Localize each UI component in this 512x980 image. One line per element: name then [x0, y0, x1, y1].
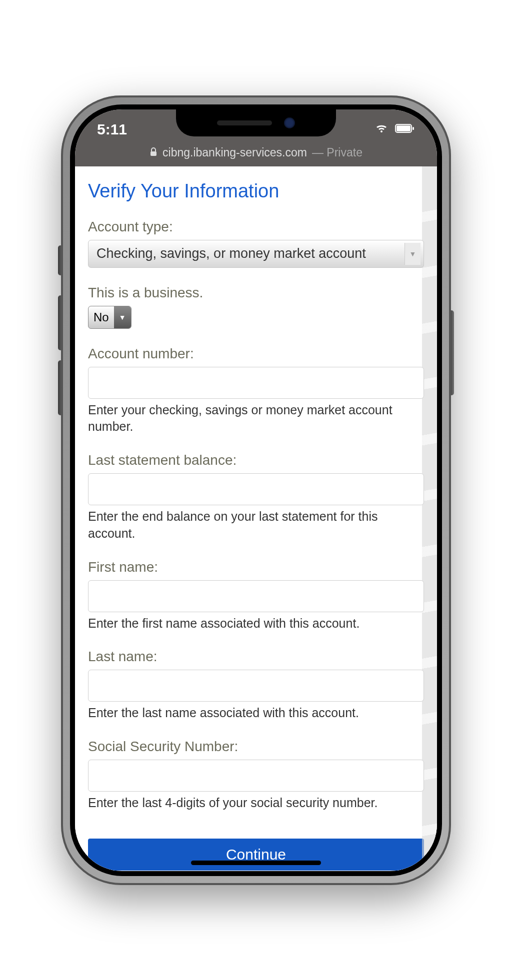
first-name-label: First name: — [88, 559, 424, 575]
last-balance-label: Last statement balance: — [88, 452, 424, 468]
business-group: This is a business. No ▼ — [88, 285, 424, 329]
status-time: 5:11 — [97, 121, 127, 138]
url-host: cibng.ibanking-services.com — [162, 146, 307, 159]
ssn-input[interactable] — [88, 760, 424, 792]
first-name-help: Enter the first name associated with thi… — [88, 615, 424, 632]
account-type-group: Account type: Checking, savings, or mone… — [88, 219, 424, 268]
account-type-value: Checking, savings, or money market accou… — [96, 246, 366, 261]
speaker — [217, 120, 272, 125]
last-name-input[interactable] — [88, 670, 424, 702]
svg-rect-2 — [412, 127, 414, 130]
phone-mockup: 5:11 — [61, 95, 451, 885]
business-select[interactable]: No ▼ — [88, 306, 132, 329]
business-label: This is a business. — [88, 285, 424, 301]
continue-button[interactable]: Continue — [88, 839, 424, 871]
svg-rect-1 — [396, 125, 410, 131]
chevron-down-icon: ▼ — [114, 306, 131, 328]
battery-icon — [395, 123, 415, 135]
chevron-down-icon: ▼ — [404, 243, 420, 265]
svg-rect-3 — [150, 151, 156, 156]
address-bar[interactable]: cibng.ibanking-services.com — Private — [75, 142, 437, 166]
account-type-label: Account type: — [88, 219, 424, 235]
first-name-input[interactable] — [88, 580, 424, 612]
wifi-icon — [375, 123, 388, 135]
last-name-help: Enter the last name associated with this… — [88, 705, 424, 722]
phone-screen: 5:11 — [75, 109, 437, 871]
ssn-help: Enter the last 4-digits of your social s… — [88, 795, 424, 812]
page-content: Verify Your Information Account type: Ch… — [75, 166, 437, 871]
business-value: No — [88, 310, 114, 324]
lock-icon — [150, 146, 158, 159]
ssn-group: Social Security Number: Enter the last 4… — [88, 739, 424, 812]
home-indicator[interactable] — [191, 861, 321, 865]
url-suffix: — Private — [312, 146, 362, 159]
last-name-label: Last name: — [88, 649, 424, 665]
account-number-help: Enter your checking, savings or money ma… — [88, 402, 424, 436]
last-balance-help: Enter the end balance on your last state… — [88, 508, 424, 542]
last-balance-group: Last statement balance: Enter the end ba… — [88, 452, 424, 542]
account-number-input[interactable] — [88, 367, 424, 399]
ssn-label: Social Security Number: — [88, 739, 424, 755]
account-type-select[interactable]: Checking, savings, or money market accou… — [88, 240, 424, 268]
phone-notch — [176, 109, 336, 136]
account-number-label: Account number: — [88, 346, 424, 362]
last-balance-input[interactable] — [88, 473, 424, 505]
first-name-group: First name: Enter the first name associa… — [88, 559, 424, 632]
account-number-group: Account number: Enter your checking, sav… — [88, 346, 424, 436]
background-decoration — [422, 166, 437, 871]
last-name-group: Last name: Enter the last name associate… — [88, 649, 424, 722]
page-title: Verify Your Information — [88, 180, 424, 202]
front-camera — [284, 117, 295, 128]
